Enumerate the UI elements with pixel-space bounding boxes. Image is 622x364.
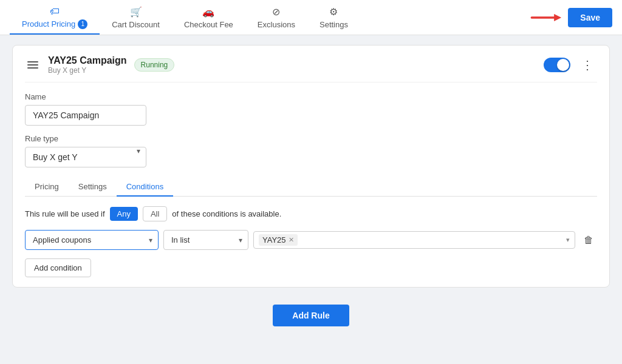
- campaign-subtitle: Buy X get Y: [48, 66, 127, 75]
- rule-type-label: Rule type: [25, 134, 146, 143]
- nav-tabs: 🏷 Product Pricing 1 🛒 Cart Discount 🚗 Ch…: [10, 0, 529, 35]
- all-button[interactable]: All: [143, 206, 167, 221]
- tab-settings[interactable]: ⚙ Settings: [307, 0, 360, 35]
- bottom-bar: Add Rule: [12, 297, 610, 334]
- save-button[interactable]: Save: [568, 8, 612, 27]
- condition-row: Applied coupons ▾ In list ▾ YAY25 ✕: [25, 230, 597, 250]
- main-content: YAY25 Campaign Buy X get Y Running ⋮ Nam…: [0, 35, 622, 343]
- condition-tag: YAY25 ✕: [259, 234, 298, 246]
- checkout-fee-label: Checkout Fee: [184, 20, 233, 29]
- exclusions-icon: ⊘: [272, 6, 280, 18]
- condition-field-select[interactable]: Applied coupons: [25, 230, 159, 250]
- condition-operator-select[interactable]: In list: [163, 230, 248, 250]
- hamburger-menu[interactable]: [25, 59, 41, 71]
- rule-text-suffix: of these conditions is available.: [172, 209, 281, 218]
- any-button[interactable]: Any: [110, 207, 138, 221]
- delete-condition-button[interactable]: 🗑: [580, 232, 597, 248]
- checkout-fee-icon: 🚗: [202, 6, 214, 18]
- cart-discount-label: Cart Discount: [112, 20, 160, 29]
- tab-product-pricing[interactable]: 🏷 Product Pricing 1: [10, 0, 100, 35]
- rule-type-select[interactable]: Buy X get Y: [25, 147, 146, 167]
- name-input[interactable]: [25, 105, 146, 126]
- name-label: Name: [25, 92, 597, 101]
- tab-exclusions[interactable]: ⊘ Exclusions: [245, 0, 307, 35]
- conditions-section: This rule will be used if Any All of the…: [25, 197, 597, 277]
- svg-marker-1: [554, 14, 561, 21]
- top-navigation: 🏷 Product Pricing 1 🛒 Cart Discount 🚗 Ch…: [0, 0, 622, 35]
- tag-remove-icon[interactable]: ✕: [289, 236, 294, 244]
- conditions-rule-row: This rule will be used if Any All of the…: [25, 206, 597, 221]
- tab-conditions[interactable]: Conditions: [117, 177, 173, 196]
- inner-tabs: Pricing Settings Conditions: [25, 177, 597, 197]
- settings-label: Settings: [320, 20, 348, 29]
- rule-text-prefix: This rule will be used if: [25, 209, 105, 218]
- campaign-header: YAY25 Campaign Buy X get Y Running ⋮: [25, 55, 597, 83]
- cart-discount-icon: 🛒: [130, 6, 142, 18]
- tab-inner-settings[interactable]: Settings: [69, 177, 117, 196]
- campaign-toggle[interactable]: [544, 58, 570, 72]
- save-area: Save: [529, 8, 612, 27]
- settings-icon: ⚙: [329, 6, 338, 18]
- campaign-title: YAY25 Campaign: [48, 55, 127, 66]
- condition-operator-wrapper: In list ▾: [163, 230, 248, 250]
- trash-icon: 🗑: [584, 235, 593, 246]
- status-badge: Running: [134, 58, 175, 72]
- tag-input-chevron-icon: ▾: [566, 236, 570, 244]
- campaign-card: YAY25 Campaign Buy X get Y Running ⋮ Nam…: [12, 45, 610, 288]
- exclusions-label: Exclusions: [258, 20, 295, 29]
- campaign-info: YAY25 Campaign Buy X get Y: [48, 55, 127, 75]
- tab-pricing[interactable]: Pricing: [25, 177, 69, 196]
- product-pricing-icon: 🏷: [50, 6, 60, 17]
- form-section: Name Rule type Buy X get Y ▾ Pricing Set…: [25, 83, 597, 277]
- tag-label: YAY25: [262, 235, 286, 244]
- product-pricing-label: Product Pricing: [22, 19, 75, 29]
- more-options-icon[interactable]: ⋮: [578, 55, 597, 75]
- condition-field-wrapper: Applied coupons ▾: [25, 230, 159, 250]
- add-condition-button[interactable]: Add condition: [25, 258, 91, 277]
- tab-checkout-fee[interactable]: 🚗 Checkout Fee: [172, 0, 245, 35]
- add-rule-button[interactable]: Add Rule: [273, 305, 349, 326]
- tab-cart-discount[interactable]: 🛒 Cart Discount: [100, 0, 172, 35]
- red-arrow-indicator: [529, 8, 566, 27]
- product-pricing-badge: 1: [78, 19, 87, 29]
- condition-value-input[interactable]: YAY25 ✕ ▾: [253, 231, 575, 249]
- rule-type-wrapper: Rule type Buy X get Y ▾: [25, 134, 146, 167]
